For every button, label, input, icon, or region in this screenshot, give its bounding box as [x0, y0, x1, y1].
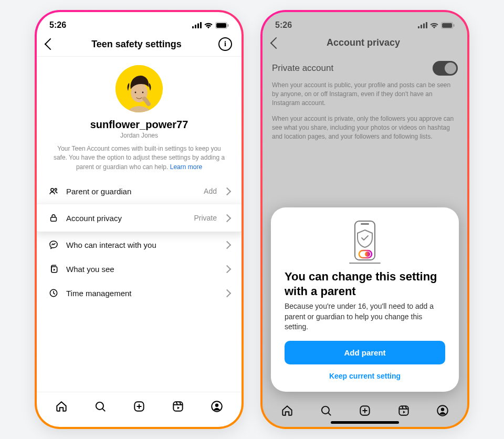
- svg-rect-1: [195, 25, 196, 28]
- svg-point-32: [441, 408, 445, 412]
- reels-icon[interactable]: [171, 400, 185, 413]
- nav-bar: Account privacy: [262, 32, 467, 54]
- svg-rect-18: [173, 402, 182, 411]
- svg-point-20: [215, 404, 219, 407]
- chevron-right-icon: [223, 187, 232, 195]
- search-icon[interactable]: [93, 400, 107, 413]
- svg-rect-22: [421, 25, 422, 28]
- create-icon[interactable]: [132, 400, 146, 413]
- svg-point-11: [51, 189, 54, 191]
- svg-rect-3: [200, 22, 202, 28]
- profile-icon[interactable]: [436, 404, 449, 417]
- svg-rect-2: [197, 24, 199, 29]
- lock-icon: [48, 213, 59, 223]
- row-value: Add: [204, 187, 217, 195]
- sheet-body: Because you're under 16, you'll need to …: [285, 301, 445, 332]
- phone-screen: 5:26 Account privacy Private account Whe…: [262, 12, 467, 427]
- private-account-label: Private account: [272, 63, 333, 74]
- svg-rect-0: [192, 26, 194, 28]
- svg-rect-34: [361, 223, 369, 225]
- svg-rect-23: [423, 24, 425, 29]
- svg-rect-21: [418, 26, 419, 28]
- row-label: Parent or guardian: [66, 187, 196, 196]
- status-bar: 5:26: [37, 12, 242, 32]
- back-button[interactable]: [45, 38, 57, 50]
- svg-rect-30: [399, 406, 408, 415]
- battery-icon: [441, 22, 455, 29]
- privacy-description-1: When your account is public, your profil…: [262, 79, 467, 109]
- home-icon[interactable]: [280, 404, 294, 417]
- svg-rect-13: [51, 217, 57, 222]
- private-toggle[interactable]: [433, 61, 458, 76]
- chevron-right-icon: [223, 214, 232, 222]
- svg-point-9: [135, 92, 136, 93]
- nav-title: Account privacy: [327, 37, 400, 48]
- svg-rect-26: [442, 23, 452, 28]
- sheet-illustration: [285, 219, 445, 266]
- status-bar: 5:26: [262, 12, 467, 32]
- svg-rect-24: [426, 22, 427, 28]
- back-button[interactable]: [270, 37, 282, 49]
- search-icon[interactable]: [319, 404, 333, 417]
- sheet-heading: You can change this setting with a paren…: [285, 269, 445, 298]
- row-account-privacy[interactable]: Account privacy Private: [37, 204, 242, 232]
- clock-icon: [48, 288, 59, 298]
- wifi-icon: [204, 22, 213, 29]
- username: sunflower_power77: [90, 119, 188, 131]
- row-label: What you see: [66, 265, 217, 274]
- privacy-description-2: When your account is private, only the f…: [262, 112, 467, 143]
- svg-point-12: [55, 189, 57, 191]
- people-icon: [48, 186, 59, 196]
- cellular-icon: [192, 22, 202, 28]
- home-icon[interactable]: [55, 400, 68, 413]
- nav-bar: Teen safety settings i: [37, 32, 242, 57]
- real-name: Jordan Jones: [120, 132, 158, 139]
- keep-setting-button[interactable]: Keep current setting: [285, 364, 445, 382]
- svg-rect-5: [216, 23, 226, 28]
- row-parent-guardian[interactable]: Parent or guardian Add: [37, 179, 242, 203]
- profile-section: sunflower_power77 Jordan Jones Your Teen…: [37, 57, 242, 176]
- row-label: Who can interact with you: [66, 241, 217, 249]
- status-time: 5:26: [275, 20, 292, 30]
- private-account-row: Private account: [262, 54, 467, 79]
- phone-left: 5:26 Teen safety settings i: [35, 10, 244, 429]
- tab-bar: [37, 392, 242, 427]
- row-time-management[interactable]: Time management: [37, 281, 242, 305]
- status-right: [418, 22, 455, 29]
- chevron-right-icon: [223, 289, 232, 297]
- profile-icon[interactable]: [210, 400, 224, 413]
- reels-icon[interactable]: [397, 404, 411, 417]
- create-icon[interactable]: [358, 404, 372, 417]
- add-parent-button[interactable]: Add parent: [285, 341, 445, 364]
- row-who-can-interact[interactable]: Who can interact with you: [37, 233, 242, 257]
- account-description: Your Teen Account comes with built-in se…: [52, 144, 226, 172]
- home-indicator: [331, 421, 399, 424]
- svg-point-10: [142, 92, 144, 93]
- messenger-icon: [48, 239, 59, 250]
- status-time: 5:26: [49, 20, 66, 30]
- parental-sheet: You can change this setting with a paren…: [271, 207, 459, 392]
- row-label: Account privacy: [66, 214, 186, 223]
- svg-rect-6: [228, 24, 229, 27]
- row-what-you-see[interactable]: What you see: [37, 257, 242, 281]
- phone-screen: 5:26 Teen safety settings i: [37, 12, 242, 427]
- phone-right: 5:26 Account privacy Private account Whe…: [260, 10, 469, 429]
- status-right: [192, 22, 229, 29]
- row-value: Private: [194, 214, 217, 222]
- settings-list: Parent or guardian Add Account privacy P…: [37, 179, 242, 305]
- learn-more-link[interactable]: Learn more: [170, 163, 202, 171]
- chevron-right-icon: [223, 241, 232, 249]
- info-button[interactable]: i: [218, 37, 232, 51]
- svg-rect-27: [454, 24, 455, 27]
- svg-point-36: [365, 252, 370, 257]
- cellular-icon: [418, 22, 427, 28]
- chevron-right-icon: [223, 265, 232, 273]
- battery-icon: [215, 22, 229, 29]
- row-label: Time management: [66, 289, 217, 298]
- nav-title: Teen safety settings: [91, 39, 182, 50]
- wifi-icon: [429, 22, 439, 29]
- avatar: [116, 65, 163, 112]
- media-icon: [48, 264, 59, 274]
